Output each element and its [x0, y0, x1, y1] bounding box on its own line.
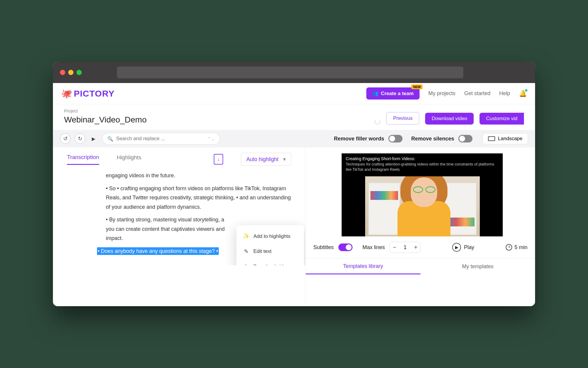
search-input[interactable] [116, 136, 204, 142]
download-video-button[interactable]: Download video [425, 113, 474, 125]
max-lines-value: 1 [399, 244, 411, 251]
editor-toolbar: ↺ ↻ ▶ 🔍 ⌃⌄ Remove filler words Remove si… [53, 130, 535, 147]
orientation-label: Landscape [498, 136, 522, 142]
address-bar[interactable] [117, 67, 463, 78]
remove-filler-label: Remove filler words [334, 136, 384, 142]
play-toolbar-button[interactable]: ▶ [92, 136, 95, 142]
auto-highlight-button[interactable]: Auto highlight ▾ [241, 153, 291, 166]
template-tabs: Templates library My templates [306, 258, 535, 275]
transcript-body[interactable]: engaging videos in the future. • So • cr… [53, 171, 305, 265]
decrement-button[interactable]: − [390, 242, 399, 253]
octopus-icon: 🐙 [61, 88, 72, 99]
tab-transcription[interactable]: Transcription [67, 154, 99, 165]
menu-download-video[interactable]: ⭳ Download video [236, 259, 304, 265]
auto-highlight-label: Auto highlight [246, 156, 278, 163]
transcript-line[interactable]: • So • crafting engaging short form vide… [106, 184, 291, 212]
maximize-window-icon[interactable] [76, 70, 82, 75]
people-icon: 👥 [372, 90, 378, 97]
preview-title: Creating Engaging Short-form Videos: [342, 153, 503, 162]
orientation-button[interactable]: Landscape [482, 133, 528, 144]
create-team-button[interactable]: 👥 Create a team NEW [366, 87, 420, 100]
app-root: 🐙 PICTORY 👥 Create a team NEW My project… [53, 83, 535, 306]
search-icon: 🔍 [107, 136, 113, 142]
preview-subtitle: Techniques for crafting attention-grabbi… [342, 162, 503, 173]
duration-display: 5 min [506, 244, 527, 251]
chevrons-updown-icon[interactable]: ⌃⌄ [207, 136, 215, 142]
create-team-label: Create a team [381, 91, 414, 97]
close-window-icon[interactable] [60, 70, 65, 75]
transcript-pane: Transcription Highlights Auto highlight … [53, 147, 306, 306]
customize-video-button[interactable]: Customize vid [480, 113, 524, 125]
subtitles-toggle[interactable] [338, 243, 353, 251]
max-lines-label: Max lines [363, 244, 385, 251]
nav-help[interactable]: Help [499, 90, 510, 97]
redo-button[interactable]: ↻ [75, 133, 85, 144]
nav-get-started[interactable]: Get started [464, 90, 490, 97]
minimize-window-icon[interactable] [68, 70, 74, 75]
preview-frame [365, 176, 480, 236]
tab-templates-library[interactable]: Templates library [306, 259, 420, 274]
logo-text: PICTORY [74, 89, 115, 99]
browser-titlebar [53, 62, 535, 83]
search-replace-field[interactable]: 🔍 ⌃⌄ [102, 133, 220, 145]
notifications-button[interactable]: 🔔 [519, 90, 527, 97]
pencil-icon: ✎ [243, 247, 249, 256]
project-label: Project [64, 108, 147, 113]
wand-icon: ✨ [243, 232, 249, 241]
notification-dot-icon [525, 89, 527, 92]
project-name: Webinar_Video_Demo [64, 115, 147, 125]
clock-icon [506, 244, 512, 251]
increment-button[interactable]: + [411, 242, 420, 253]
max-lines-stepper[interactable]: − 1 + [390, 242, 421, 253]
chevron-down-icon: ▾ [283, 156, 286, 163]
landscape-icon [488, 136, 495, 141]
glasses-icon [413, 186, 435, 193]
play-icon: ▶ [452, 243, 461, 252]
remove-filler-toggle[interactable] [388, 135, 402, 142]
transcript-line[interactable]: engaging videos in the future. [106, 171, 291, 180]
previous-button[interactable]: Previous [386, 112, 419, 125]
menu-edit-text[interactable]: ✎ Edit text [236, 244, 304, 259]
tab-highlights[interactable]: Highlights [117, 154, 141, 164]
topbar: 🐙 PICTORY 👥 Create a team NEW My project… [53, 83, 535, 104]
transcript-tabs: Transcription Highlights Auto highlight … [53, 147, 305, 171]
subtitles-label: Subtitles [313, 244, 334, 251]
logo[interactable]: 🐙 PICTORY [61, 88, 115, 99]
play-button[interactable]: ▶ Play [452, 243, 474, 252]
project-header: Project Webinar_Video_Demo Previous Down… [53, 104, 535, 130]
nav-my-projects[interactable]: My projects [428, 90, 455, 97]
new-badge: NEW [411, 84, 422, 89]
loading-spinner-icon [375, 119, 380, 125]
preview-pane: Creating Engaging Short-form Videos: Tec… [306, 147, 535, 306]
download-icon: ⭳ [243, 262, 249, 265]
remove-silences-label: Remove silences [411, 136, 454, 142]
video-preview[interactable]: Creating Engaging Short-form Videos: Tec… [342, 153, 503, 236]
bookshelf-left-icon [368, 182, 400, 235]
undo-button[interactable]: ↺ [60, 133, 71, 144]
download-transcript-icon[interactable] [214, 154, 223, 165]
browser-window: 🐙 PICTORY 👥 Create a team NEW My project… [53, 62, 535, 306]
tab-my-templates[interactable]: My templates [420, 259, 535, 274]
preview-controls: Subtitles Max lines − 1 + ▶ Play [306, 236, 535, 258]
menu-add-highlight[interactable]: ✨ Add to highlights [236, 229, 304, 244]
remove-silences-toggle[interactable] [458, 135, 472, 142]
context-menu: ✨ Add to highlights ✎ Edit text ⭳ Downlo… [236, 225, 304, 265]
main-split: Transcription Highlights Auto highlight … [53, 147, 535, 306]
